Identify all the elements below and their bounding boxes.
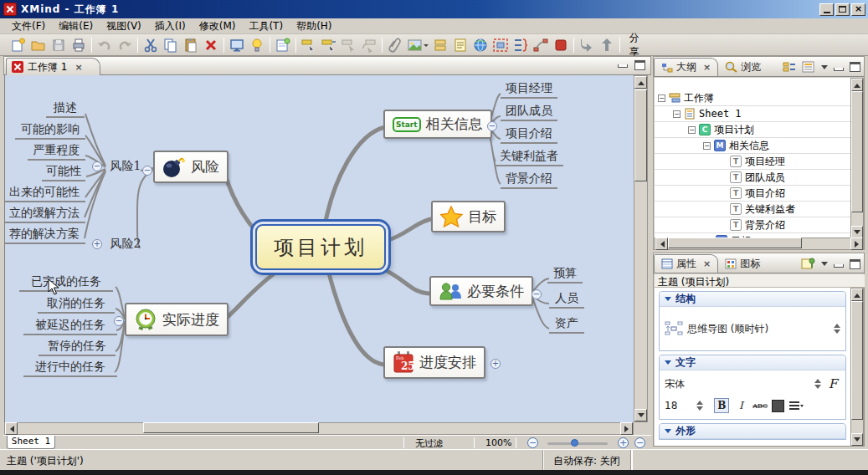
- marker-button[interactable]: [551, 36, 571, 54]
- zoom-fit-icon[interactable]: −: [634, 437, 645, 448]
- legend-button[interactable]: [430, 36, 450, 54]
- tree-row-project-manager[interactable]: T 项目经理: [655, 154, 850, 170]
- scroll-up-icon[interactable]: [851, 79, 863, 91]
- tree-row-stakeholders[interactable]: T 关键利益者: [655, 202, 850, 217]
- attachment-button[interactable]: [385, 36, 405, 54]
- tab-properties-close-icon[interactable]: ×: [703, 258, 711, 269]
- topic-progress[interactable]: 实际进度: [125, 303, 229, 336]
- subtopic-stakeholders[interactable]: 关键利益者: [495, 149, 563, 166]
- font-size-spinner[interactable]: [696, 397, 703, 414]
- subtopic-background[interactable]: 背景介绍: [501, 171, 557, 189]
- menu-modify[interactable]: 修改(M): [193, 18, 243, 34]
- zoom-slider-thumb[interactable]: [571, 439, 578, 447]
- subtopic-solution[interactable]: 荐的解决方案: [4, 227, 85, 244]
- share-button[interactable]: 分享: [623, 36, 643, 54]
- hscroll-thumb[interactable]: [143, 422, 319, 433]
- tree-row-project-intro[interactable]: T 项目介绍: [655, 186, 850, 202]
- insert-image-button[interactable]: [405, 36, 425, 54]
- font-size-value[interactable]: 18: [665, 400, 677, 411]
- scroll-down-icon[interactable]: [851, 433, 863, 446]
- copy-button[interactable]: [161, 36, 181, 54]
- central-topic[interactable]: 项目计划: [255, 224, 386, 270]
- tree-row-sheet1[interactable]: − Sheet 1: [655, 106, 850, 122]
- subtopic-mitigation[interactable]: 立的缓解方法: [4, 206, 85, 223]
- hscroll-thumb[interactable]: [668, 238, 802, 248]
- subtopic-ongoing-tasks[interactable]: 进行中的任务: [23, 360, 117, 377]
- subtopic-project-intro[interactable]: 项目介绍: [501, 126, 557, 144]
- zoom-level[interactable]: 100%: [485, 437, 511, 448]
- insert-parent-topic-button[interactable]: [359, 36, 379, 54]
- subtopic-severity[interactable]: 严重程度: [28, 143, 85, 161]
- delete-button[interactable]: [201, 36, 221, 54]
- workbook-tab[interactable]: 工作簿 1 ×: [6, 58, 100, 75]
- subtopic-budget[interactable]: 预算: [547, 266, 583, 283]
- expander-icon[interactable]: −: [703, 142, 711, 150]
- section-shape-header[interactable]: 外形: [660, 424, 845, 439]
- workbook-tab-close-icon[interactable]: ×: [74, 62, 82, 73]
- topic-schedule[interactable]: Feb25 进度安排: [383, 346, 485, 379]
- tree-row-background[interactable]: T 背景介绍: [655, 217, 850, 233]
- subtopic-assets[interactable]: 资产: [549, 316, 584, 334]
- expander-icon[interactable]: −: [673, 110, 681, 118]
- subtopic-risk1[interactable]: 风险1: [108, 159, 143, 175]
- insert-subtopic-button[interactable]: [339, 36, 359, 54]
- collapse-icon-related[interactable]: −: [487, 121, 497, 131]
- hyperlink-button[interactable]: [470, 36, 490, 54]
- font-family-value[interactable]: 宋体: [665, 377, 685, 391]
- tab-properties[interactable]: 属性 ×: [654, 254, 718, 273]
- subtopic-probability[interactable]: 可能性: [42, 164, 85, 181]
- subtopic-completed-tasks[interactable]: 已完成的任务: [19, 274, 113, 292]
- subtopic-paused-tasks[interactable]: 暂停的任务: [39, 339, 116, 356]
- new-sheet-button[interactable]: [273, 36, 293, 54]
- print-button[interactable]: [69, 36, 89, 54]
- filter-status[interactable]: 无过滤: [415, 437, 443, 450]
- structure-selector[interactable]: 思维导图 (顺时针): [660, 307, 845, 350]
- canvas-vscrollbar[interactable]: [634, 75, 648, 422]
- font-picker-button[interactable]: F: [825, 376, 840, 391]
- expand-icon-schedule[interactable]: +: [490, 359, 501, 369]
- subtopic-risk2[interactable]: 风险2: [108, 237, 143, 253]
- font-color-swatch[interactable]: [772, 400, 784, 412]
- subtopic-team-members[interactable]: 团队成员: [501, 104, 557, 121]
- outline-minimize-icon[interactable]: [834, 68, 844, 71]
- outline-vscrollbar[interactable]: [850, 78, 864, 238]
- structure-spinner[interactable]: [834, 320, 840, 337]
- collapse-icon-requirements[interactable]: −: [532, 289, 542, 299]
- tab-icons[interactable]: 图标: [718, 254, 767, 273]
- collapse-icon-progress[interactable]: −: [114, 316, 124, 326]
- boundary-button[interactable]: [490, 36, 511, 54]
- undo-button[interactable]: [95, 36, 115, 54]
- subtopic-occurrence[interactable]: 出来的可能性: [4, 185, 85, 202]
- properties-vscrollbar[interactable]: [850, 288, 864, 446]
- topic-related-info[interactable]: Start 相关信息: [383, 110, 492, 139]
- scroll-up-icon[interactable]: [851, 289, 863, 301]
- expand-icon-risk2[interactable]: +: [92, 239, 102, 249]
- topic-risk[interactable]: 风险: [153, 151, 229, 183]
- scroll-right-icon[interactable]: [620, 422, 633, 435]
- demote-button[interactable]: [577, 36, 597, 54]
- collapse-icon-risk1[interactable]: −: [92, 161, 102, 171]
- scroll-left-icon[interactable]: [5, 422, 18, 435]
- insert-topic-button[interactable]: [299, 36, 319, 54]
- summary-button[interactable]: [511, 36, 531, 54]
- scroll-up-icon[interactable]: [634, 76, 647, 89]
- properties-menu-icon[interactable]: [821, 262, 828, 269]
- cut-button[interactable]: [141, 36, 161, 54]
- subtopic-possible-impact[interactable]: 可能的影响: [15, 122, 85, 140]
- menu-file[interactable]: 文件(F): [5, 18, 52, 34]
- menu-edit[interactable]: 编辑(E): [52, 18, 100, 34]
- canvas-hscrollbar[interactable]: [4, 422, 634, 435]
- tab-outline-close-icon[interactable]: ×: [703, 62, 711, 73]
- tree-row-team-members[interactable]: T 团队成员: [655, 170, 850, 186]
- outline-maximize-icon[interactable]: [850, 62, 860, 72]
- outline-menu-icon[interactable]: [821, 65, 828, 73]
- tree-row-project-plan[interactable]: − C 项目计划: [655, 122, 850, 138]
- subtopic-delayed-tasks[interactable]: 被延迟的任务: [23, 318, 117, 335]
- scroll-down-icon[interactable]: [634, 409, 647, 421]
- topic-requirements[interactable]: 必要条件: [429, 276, 533, 306]
- align-button[interactable]: [788, 400, 804, 411]
- italic-button[interactable]: I: [733, 398, 748, 413]
- zoom-out-icon[interactable]: −: [527, 437, 538, 448]
- menu-help[interactable]: 帮助(H): [290, 18, 338, 34]
- subtopic-project-manager[interactable]: 项目经理: [501, 81, 557, 99]
